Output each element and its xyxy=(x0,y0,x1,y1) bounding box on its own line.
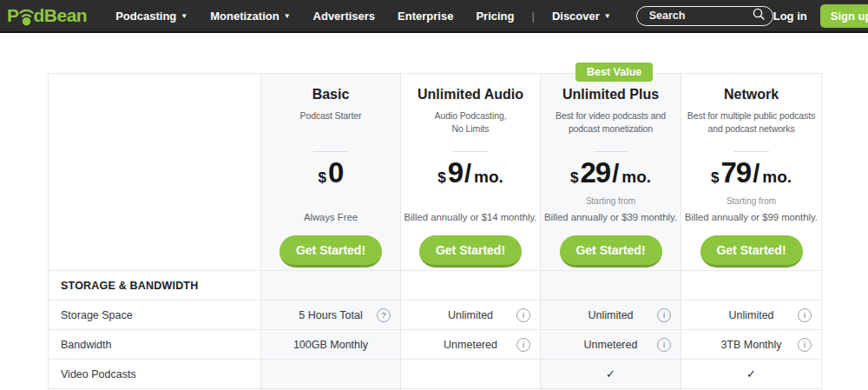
nav-divider: | xyxy=(526,10,541,23)
get-started-button-basic[interactable]: Get Started! xyxy=(279,235,382,268)
table-row-section: STORAGE & BANDWIDTH xyxy=(49,270,821,300)
nav-item-podcasting[interactable]: Podcasting ▼ xyxy=(104,10,199,23)
login-link[interactable]: Log in xyxy=(773,10,807,23)
plan-value-cell: ✓ xyxy=(681,360,821,388)
nav-item-discover[interactable]: Discover ▼ xyxy=(541,10,622,23)
price-amount: 9 xyxy=(448,156,463,189)
currency-symbol: $ xyxy=(319,169,326,187)
cell-value: Unlimited xyxy=(448,309,493,321)
divider xyxy=(594,151,628,152)
plan-value-cell: Unlimited i xyxy=(540,301,681,329)
currency-symbol: $ xyxy=(437,169,445,187)
billing-note: Billed annually or $39 monthly. xyxy=(544,212,677,231)
plan-name: Network xyxy=(724,87,779,106)
nav-right-group: Log in Sign up free xyxy=(773,4,868,28)
nav-item-advertisers[interactable]: Advertisers xyxy=(302,10,387,23)
price-slash: / xyxy=(464,160,471,188)
price-amount: 0 xyxy=(328,156,343,189)
table-row-video-podcasts: Video Podcasts ✓ ✓ xyxy=(49,359,821,388)
nav-item-label: Discover xyxy=(552,10,600,23)
cell-value: Unmetered xyxy=(444,339,497,351)
price-unit: mo. xyxy=(474,168,503,187)
nav-item-label: Enterprise xyxy=(398,10,453,23)
cell-value: Unlimited xyxy=(588,309,633,321)
nav-item-label: Pricing xyxy=(476,10,514,23)
plan-value-cell: Unmetered i xyxy=(540,330,681,359)
divider xyxy=(313,151,348,152)
plan-value-cell: Unlimited i xyxy=(400,301,540,329)
top-navbar: P dBean Podcasting ▼ Monetization ▼ Adve… xyxy=(0,0,868,33)
search-box[interactable] xyxy=(636,6,773,26)
cell-value: 3TB Monthly xyxy=(720,339,781,351)
currency-symbol: $ xyxy=(711,169,719,187)
nav-item-label: Monetization xyxy=(210,10,279,23)
price-unit: mo. xyxy=(621,168,651,187)
price-unit: mo. xyxy=(762,168,792,187)
nav-item-monetization[interactable]: Monetization ▼ xyxy=(199,10,301,23)
plan-name: Unlimited Audio xyxy=(418,87,523,106)
info-icon[interactable]: i xyxy=(657,308,671,322)
section-header-label: STORAGE & BANDWIDTH xyxy=(61,280,198,292)
logo-text-p: P xyxy=(7,5,19,26)
info-icon[interactable]: i xyxy=(516,308,530,322)
plan-subtitle: Best for multiple public podcasts and po… xyxy=(681,109,821,144)
get-started-button-unlimited-plus[interactable]: Get Started! xyxy=(560,235,662,268)
starting-from-note: Starting from xyxy=(586,196,635,208)
plan-header-row: Basic Podcast Starter $0 Always Free Get… xyxy=(49,74,821,270)
info-icon[interactable]: i xyxy=(798,338,812,352)
question-icon[interactable]: ? xyxy=(377,308,391,322)
divider xyxy=(734,151,769,152)
info-icon[interactable]: i xyxy=(516,338,530,352)
plan-value-cell xyxy=(400,271,540,300)
plan-value-cell: 5 Hours Total ? xyxy=(260,301,400,329)
info-icon[interactable]: i xyxy=(798,308,812,322)
search-input[interactable] xyxy=(648,9,752,23)
plan-value-cell xyxy=(540,271,681,300)
section-header-cell: STORAGE & BANDWIDTH xyxy=(49,271,260,300)
plan-price: $9/mo. xyxy=(437,156,503,196)
currency-symbol: $ xyxy=(570,169,578,187)
info-icon[interactable]: i xyxy=(657,338,671,352)
plan-price: $79/mo. xyxy=(711,156,792,196)
get-started-button-unlimited-audio[interactable]: Get Started! xyxy=(419,235,522,268)
pricing-table: Basic Podcast Starter $0 Always Free Get… xyxy=(48,73,822,390)
price-slash: / xyxy=(612,160,619,188)
chevron-down-icon: ▼ xyxy=(284,12,291,20)
plan-value-cell xyxy=(260,271,400,300)
check-icon: ✓ xyxy=(746,367,756,380)
nav-item-label: Advertisers xyxy=(313,10,376,23)
table-row-bandwidth: Bandwidth 100GB Monthly Unmetered i Unme… xyxy=(49,329,821,359)
signup-button[interactable]: Sign up free xyxy=(820,4,868,28)
check-icon: ✓ xyxy=(606,367,615,380)
podcast-icon xyxy=(19,5,34,27)
plan-price: $0 xyxy=(319,156,344,196)
feature-label: Bandwidth xyxy=(49,330,260,359)
plan-value-cell xyxy=(400,360,540,388)
nav-menu: Podcasting ▼ Monetization ▼ Advertisers … xyxy=(104,10,622,23)
get-started-button-network[interactable]: Get Started! xyxy=(700,235,803,268)
nav-item-enterprise[interactable]: Enterprise xyxy=(386,10,464,23)
feature-label: Video Podcasts xyxy=(49,360,260,388)
plan-value-cell: 100GB Monthly xyxy=(260,330,400,359)
podbean-logo[interactable]: P dBean xyxy=(7,5,87,27)
plan-value-cell: ✓ xyxy=(540,360,681,388)
logo-text-dbean: dBean xyxy=(34,5,88,26)
best-value-badge: Best Value xyxy=(575,63,653,82)
nav-item-pricing[interactable]: Pricing xyxy=(464,10,525,23)
chevron-down-icon: ▼ xyxy=(181,12,187,20)
plan-column-unlimited-plus: Unlimited Plus Best for video podcasts a… xyxy=(540,74,681,270)
price-slash: / xyxy=(753,160,760,188)
billing-note: Always Free xyxy=(304,212,358,231)
search-icon[interactable] xyxy=(752,7,766,24)
plan-subtitle: Best for video podcasts and podcast mone… xyxy=(541,109,681,144)
plan-value-cell xyxy=(681,271,821,300)
price-amount: 79 xyxy=(720,156,751,189)
plan-value-cell: Unlimited i xyxy=(681,301,821,329)
plan-value-cell: Unmetered i xyxy=(400,330,540,359)
nav-item-label: Podcasting xyxy=(115,10,176,23)
feature-header-cell xyxy=(49,74,260,270)
cell-value: Unlimited xyxy=(728,309,773,321)
pricing-page: Best Value Basic Podcast Starter $0 Alwa… xyxy=(0,33,868,388)
plan-price: $29/mo. xyxy=(570,156,651,196)
starting-from-note: Starting from xyxy=(727,196,776,208)
